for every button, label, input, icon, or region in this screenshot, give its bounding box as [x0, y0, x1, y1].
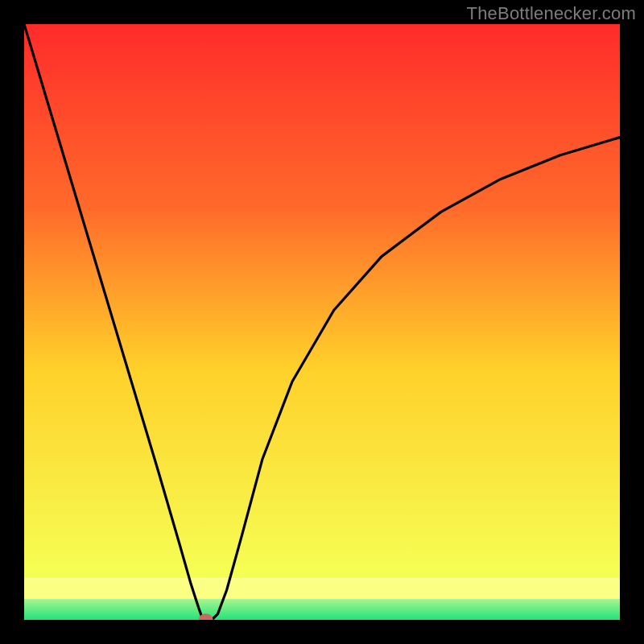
background-gradient	[24, 24, 620, 578]
chart-stage: TheBottlenecker.com	[0, 0, 644, 644]
background-band-green	[24, 599, 620, 620]
bottleneck-chart	[0, 0, 644, 644]
background-band-yellow	[24, 578, 620, 599]
watermark-text: TheBottlenecker.com	[467, 3, 636, 24]
